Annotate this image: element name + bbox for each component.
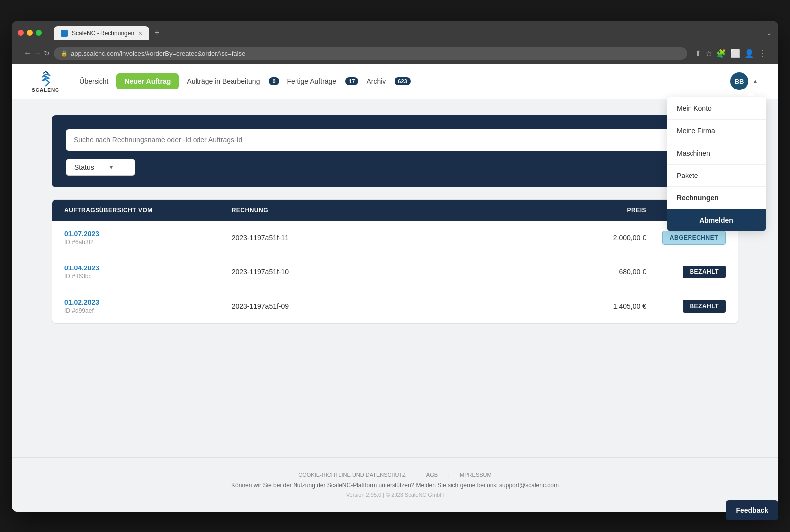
row-invoice: 2023-1197a51f-09 — [232, 302, 399, 310]
nav-fertige-auftrage[interactable]: Fertige Aufträge — [283, 75, 341, 87]
search-input[interactable] — [74, 136, 702, 144]
dropdown-logout-button[interactable]: Abmelden — [667, 209, 766, 231]
forward-button[interactable]: → — [34, 49, 42, 58]
table-row: 01.02.2023 ID #d99aef 2023-1197a51f-09 1… — [52, 289, 738, 323]
tab-favicon — [61, 30, 68, 37]
footer-version: Version 2.95.0 | © 2023 ScaleNC GmbH — [26, 492, 764, 498]
scalenc-logo-icon — [37, 70, 55, 88]
footer-sep2: | — [447, 472, 449, 478]
nav-links: Übersicht Neuer Auftrag Aufträge in Bear… — [75, 73, 730, 89]
status-badge-bezahlt: BEZAHLT — [683, 300, 726, 313]
row-id: ID #d99aef — [64, 307, 232, 314]
table-row: 01.07.2023 ID #6ab3f2 2023-1197a51f-11 2… — [52, 221, 738, 255]
dropdown-menu: Mein Konto Meine Firma Maschinen Pakete … — [667, 97, 766, 231]
browser-chrome: ScaleNC - Rechnungen × + ⌄ ← → ↻ 🔒 app.s… — [12, 21, 778, 64]
row-status: BEZAHLT — [646, 300, 726, 313]
profile-icon[interactable]: 👤 — [744, 49, 754, 58]
browser-actions: ⬆ ☆ 🧩 ⬜ 👤 ⋮ — [695, 49, 766, 58]
lock-icon: 🔒 — [61, 50, 68, 57]
address-bar[interactable]: 🔒 app.scalenc.com/invoices/#orderBy=crea… — [54, 47, 687, 60]
row-date-id: 01.04.2023 ID #ff63bc — [64, 264, 232, 280]
nav-ubersicht[interactable]: Übersicht — [75, 75, 112, 87]
browser-window: ScaleNC - Rechnungen × + ⌄ ← → ↻ 🔒 app.s… — [12, 21, 778, 512]
tab-title: ScaleNC - Rechnungen — [72, 30, 134, 37]
footer-impressum-link[interactable]: IMPRESSUM — [458, 472, 492, 478]
share-icon[interactable]: ⬆ — [695, 49, 701, 58]
header-right: BB ▲ — [730, 72, 758, 90]
nav-fertige-group: Fertige Aufträge 17 — [283, 75, 359, 87]
row-id: ID #6ab3f2 — [64, 239, 232, 246]
nav-auftrage-bearbeitung[interactable]: Aufträge in Bearbeitung — [183, 75, 264, 87]
col-header-empty — [399, 207, 567, 214]
footer-links: COOKIE-RICHTLINE UND DATENSCHUTZ | AGB |… — [26, 472, 764, 478]
url-text: app.scalenc.com/invoices/#orderBy=create… — [71, 50, 245, 57]
invoice-table: AUFTRAGSÜBERSICHT VOM RECHNUNG PREIS STA… — [52, 199, 738, 324]
tab-close-button[interactable]: × — [138, 29, 142, 37]
app-footer: COOKIE-RICHTLINE UND DATENSCHUTZ | AGB |… — [12, 457, 778, 512]
row-date[interactable]: 01.04.2023 — [64, 264, 232, 272]
dropdown-arrow — [746, 92, 754, 96]
footer-support-text: Können wir Sie bei der Nutzung der Scale… — [26, 482, 764, 489]
row-date-id: 01.07.2023 ID #6ab3f2 — [64, 230, 232, 246]
badge-fertige: 17 — [345, 77, 358, 85]
extensions-icon[interactable]: 🧩 — [716, 49, 726, 58]
search-bar: 🔍 — [66, 129, 724, 151]
dropdown-item-meine-firma[interactable]: Meine Firma — [667, 120, 766, 142]
row-price: 2.000,00 € — [567, 234, 646, 242]
logo-area: SCALENC — [32, 70, 59, 93]
row-invoice: 2023-1197a51f-10 — [232, 268, 399, 276]
feedback-button[interactable]: Feedback — [726, 500, 778, 512]
tab-bar: ScaleNC - Rechnungen × + — [54, 26, 164, 40]
badge-bearbeitung: 0 — [269, 77, 279, 85]
bookmark-icon[interactable]: ☆ — [705, 49, 712, 58]
footer-agb-link[interactable]: AGB — [426, 472, 438, 478]
col-header-invoice: RECHNUNG — [232, 207, 399, 214]
split-view-icon[interactable]: ⬜ — [730, 49, 740, 58]
footer-support-email[interactable]: support@scalenc.com — [499, 482, 559, 489]
close-window-button[interactable] — [18, 30, 24, 36]
table-header: AUFTRAGSÜBERSICHT VOM RECHNUNG PREIS STA… — [52, 200, 738, 221]
app-header: SCALENC Übersicht Neuer Auftrag Aufträge… — [12, 64, 778, 99]
browser-tab-active[interactable]: ScaleNC - Rechnungen × — [54, 26, 149, 40]
more-options-icon[interactable]: ⋮ — [758, 49, 766, 58]
row-date[interactable]: 01.02.2023 — [64, 298, 232, 306]
nav-neuer-auftrag-button[interactable]: Neuer Auftrag — [116, 73, 179, 89]
refresh-button[interactable]: ↻ — [44, 49, 50, 58]
dropdown-item-mein-konto[interactable]: Mein Konto — [667, 97, 766, 120]
chevron-up-icon[interactable]: ▲ — [752, 78, 758, 85]
row-date-id: 01.02.2023 ID #d99aef — [64, 298, 232, 314]
row-date[interactable]: 01.07.2023 — [64, 230, 232, 238]
row-id: ID #ff63bc — [64, 273, 232, 280]
nav-arrows: ← → ↻ — [24, 49, 50, 58]
back-button[interactable]: ← — [24, 49, 32, 58]
table-row: 01.04.2023 ID #ff63bc 2023-1197a51f-10 6… — [52, 255, 738, 289]
status-badge-bezahlt: BEZAHLT — [683, 266, 726, 278]
nav-archiv-group: Archiv 623 — [362, 75, 410, 87]
search-section: 🔍 Status ▾ — [52, 115, 738, 187]
footer-sep1: | — [415, 472, 417, 478]
col-header-order: AUFTRAGSÜBERSICHT VOM — [64, 207, 232, 214]
window-expand-icon[interactable]: ⌄ — [766, 29, 772, 37]
status-badge-abgerechnet: ABGERECHNET — [662, 231, 726, 245]
nav-auftrage-group: Aufträge in Bearbeitung 0 — [183, 75, 279, 87]
row-price: 680,00 € — [567, 268, 646, 276]
dropdown-item-pakete[interactable]: Pakete — [667, 165, 766, 187]
dropdown-item-rechnungen[interactable]: Rechnungen — [667, 187, 766, 209]
user-avatar[interactable]: BB — [730, 72, 748, 90]
footer-cookie-link[interactable]: COOKIE-RICHTLINE UND DATENSCHUTZ — [298, 472, 406, 478]
chevron-down-icon: ▾ — [110, 164, 113, 171]
dropdown-item-maschinen[interactable]: Maschinen — [667, 142, 766, 165]
browser-controls-row: ScaleNC - Rechnungen × + ⌄ — [18, 26, 772, 40]
row-status: ABGERECHNET — [646, 231, 726, 245]
minimize-window-button[interactable] — [27, 30, 33, 36]
main-content: 🔍 Status ▾ AUFTRAGSÜBERSICHT VOM RECHN — [12, 99, 778, 457]
new-tab-button[interactable]: + — [150, 26, 164, 40]
nav-archiv[interactable]: Archiv — [362, 75, 390, 87]
status-dropdown[interactable]: Status ▾ — [66, 159, 135, 176]
maximize-window-button[interactable] — [36, 30, 42, 36]
traffic-lights — [18, 30, 42, 36]
row-invoice: 2023-1197a51f-11 — [232, 234, 399, 242]
address-bar-row: ← → ↻ 🔒 app.scalenc.com/invoices/#orderB… — [18, 44, 772, 64]
row-status: BEZAHLT — [646, 266, 726, 278]
col-header-price: PREIS — [567, 207, 646, 214]
